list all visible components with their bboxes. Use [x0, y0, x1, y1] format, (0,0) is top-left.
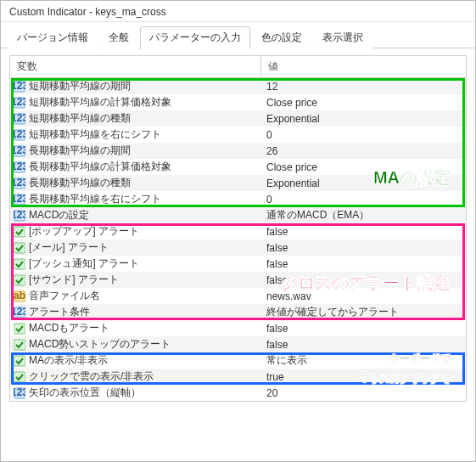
table-row[interactable]: 123短期移動平均線の種類Exponential [10, 110, 466, 127]
tab-2[interactable]: パラメーターの入力 [140, 26, 250, 48]
table-row[interactable]: [プッシュ通知] アラートfalse [10, 256, 466, 272]
param-label: 長期移動平均線を右にシフト [29, 192, 161, 206]
bool-icon [14, 371, 25, 383]
param-value[interactable]: 0 [261, 194, 466, 206]
num-icon: 123 [14, 113, 25, 125]
param-value[interactable]: false [261, 258, 466, 270]
table-body: MAの設定 クロスのアラート設定 キーボードでマウスのクリックで 123短期移動… [10, 78, 466, 401]
param-value[interactable]: 終値が確定してからアラート [261, 305, 466, 319]
tab-4[interactable]: 表示選択 [313, 26, 372, 48]
tab-1[interactable]: 全般 [99, 26, 138, 48]
num-icon: 123 [14, 177, 25, 189]
num-icon: 123 [14, 129, 25, 141]
col-value[interactable]: 値 [261, 56, 466, 77]
tab-0[interactable]: バージョン情報 [8, 26, 98, 48]
param-label: [メール] アラート [29, 240, 109, 255]
svg-text:123: 123 [14, 81, 25, 92]
annotation-display: キーボードでマウスのクリックで [359, 346, 451, 386]
svg-text:ab: ab [14, 290, 25, 301]
bool-icon [14, 258, 25, 270]
svg-rect-19 [14, 243, 25, 253]
content-area: 変数 値 MAの設定 クロスのアラート設定 キーボードでマウスのクリックで 12… [1, 48, 475, 408]
str-icon: ab [14, 290, 25, 302]
num-icon: 123 [14, 97, 25, 109]
param-label: MACDの設定 [29, 208, 89, 223]
param-label: MACD勢いストップのアラート [29, 337, 171, 352]
param-label: 短期移動平均線の種類 [29, 111, 131, 126]
param-value[interactable]: 0 [261, 129, 466, 141]
param-value[interactable]: 通常のMACD（EMA） [261, 208, 466, 223]
num-icon: 123 [14, 161, 25, 173]
param-label: [サウンド] アラート [29, 273, 119, 287]
svg-text:123: 123 [14, 194, 25, 205]
param-label: 長期移動平均線の種類 [29, 176, 131, 190]
svg-text:123: 123 [14, 210, 25, 221]
bool-icon [14, 355, 25, 367]
svg-text:123: 123 [14, 177, 25, 189]
parameter-table: 変数 値 MAの設定 クロスのアラート設定 キーボードでマウスのクリックで 12… [9, 55, 467, 402]
param-label: [ポップアップ] アラート [29, 224, 139, 239]
param-value[interactable]: Exponential [261, 113, 466, 125]
window-title: Custom Indicator - keys_ma_cross [1, 1, 475, 22]
svg-rect-27 [14, 340, 25, 350]
num-icon: 123 [14, 81, 25, 93]
svg-text:123: 123 [14, 97, 25, 108]
bool-icon [14, 242, 25, 254]
param-value[interactable]: false [261, 242, 466, 254]
svg-rect-18 [14, 227, 25, 237]
svg-text:123: 123 [14, 307, 25, 318]
svg-text:123: 123 [14, 129, 25, 140]
table-row[interactable]: 123短期移動平均線の期間12 [10, 78, 466, 94]
svg-rect-20 [14, 259, 25, 269]
annotation-ma: MAの設定 [373, 166, 451, 189]
svg-text:123: 123 [14, 161, 25, 172]
tab-3[interactable]: 色の設定 [252, 26, 311, 48]
bool-icon [14, 226, 25, 238]
table-header: 変数 値 [10, 56, 466, 78]
svg-rect-21 [14, 275, 25, 285]
param-value[interactable]: 20 [261, 387, 466, 399]
param-value[interactable]: 26 [261, 145, 466, 157]
num-icon: 123 [14, 194, 25, 206]
table-row[interactable]: 123短期移動平均線を右にシフト0 [10, 127, 466, 143]
table-row[interactable]: 123アラート条件終値が確定してからアラート [10, 304, 466, 320]
param-label: MAの表示/非表示 [29, 353, 108, 368]
param-value[interactable]: 12 [261, 81, 466, 93]
col-variable[interactable]: 変数 [10, 56, 261, 77]
num-icon: 123 [14, 387, 25, 399]
table-row[interactable]: 123短期移動平均線の計算価格対象Close price [10, 94, 466, 110]
param-label: 長期移動平均線の計算価格対象 [29, 160, 171, 174]
param-value[interactable]: false [261, 323, 466, 335]
table-row[interactable]: 123MACDの設定通常のMACD（EMA） [10, 207, 466, 223]
svg-text:123: 123 [14, 387, 25, 398]
table-row[interactable]: [メール] アラートfalse [10, 239, 466, 256]
bool-icon [14, 274, 25, 286]
annotation-alert: クロスのアラート設定 [281, 272, 451, 295]
table-row[interactable]: [ポップアップ] アラートfalse [10, 223, 466, 239]
bool-icon [14, 323, 25, 335]
param-value[interactable]: false [261, 226, 466, 238]
tab-bar: バージョン情報全般パラメーターの入力色の設定表示選択 [1, 22, 475, 48]
param-label: アラート条件 [29, 305, 90, 319]
num-icon: 123 [14, 210, 25, 222]
param-label: 矢印の表示位置（縦軸） [29, 386, 141, 400]
param-label: クリックで雲の表示/非表示 [29, 369, 154, 384]
bool-icon [14, 339, 25, 351]
table-row[interactable]: 123長期移動平均線の期間26 [10, 143, 466, 159]
param-label: 長期移動平均線の期間 [29, 144, 131, 158]
svg-rect-28 [14, 356, 25, 366]
table-row[interactable]: MACDもアラートfalse [10, 320, 466, 336]
param-value[interactable]: Close price [261, 97, 466, 109]
param-label: 音声ファイル名 [29, 289, 100, 303]
table-row[interactable]: 123矢印の表示位置（縦軸）20 [10, 385, 466, 401]
param-label: [プッシュ通知] アラート [29, 256, 139, 271]
param-label: 短期移動平均線の期間 [29, 79, 131, 93]
svg-text:123: 123 [14, 113, 25, 124]
svg-rect-29 [14, 372, 25, 382]
table-row[interactable]: 123長期移動平均線を右にシフト0 [10, 191, 466, 207]
param-label: MACDもアラート [29, 321, 109, 335]
num-icon: 123 [14, 307, 25, 318]
param-label: 短期移動平均線を右にシフト [29, 127, 161, 142]
num-icon: 123 [14, 145, 25, 157]
svg-rect-26 [14, 324, 25, 334]
